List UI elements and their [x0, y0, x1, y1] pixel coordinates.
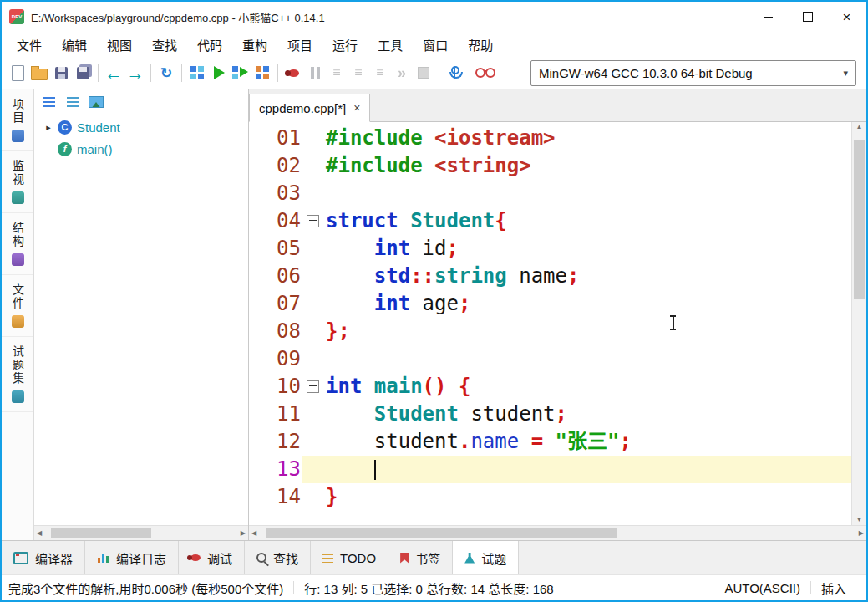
save-all-button[interactable]: [72, 61, 94, 84]
bottom-tab-todo[interactable]: TODO: [311, 541, 388, 574]
line-number[interactable]: 09: [249, 345, 302, 373]
new-file-button[interactable]: [7, 61, 28, 84]
scroll-right-icon[interactable]: ▶: [859, 530, 864, 537]
line-number[interactable]: 10: [249, 373, 302, 400]
editor-vertical-scrollbar[interactable]: ▲ ▼: [851, 122, 866, 525]
menu-item-refactor[interactable]: 重构: [232, 33, 277, 57]
scroll-right-icon[interactable]: ▶: [241, 530, 246, 537]
bottom-tab-bookmarks[interactable]: 书签: [388, 541, 453, 574]
menu-item-run[interactable]: 运行: [322, 33, 368, 57]
menu-item-project[interactable]: 项目: [277, 33, 322, 57]
code-line[interactable]: 10int main() {: [249, 373, 851, 400]
side-tab-files[interactable]: 文件: [2, 275, 33, 337]
scroll-left-icon[interactable]: ◀: [251, 530, 256, 537]
menu-item-view[interactable]: 视图: [97, 33, 142, 57]
line-number[interactable]: 08: [249, 318, 302, 345]
sort-alphabetically-button[interactable]: [63, 93, 83, 111]
menu-item-help[interactable]: 帮助: [458, 33, 503, 57]
bottom-tab-debug[interactable]: 调试: [179, 541, 245, 574]
bottom-tab-compiler[interactable]: 编译器: [2, 541, 85, 574]
editor-horizontal-scrollbar[interactable]: ◀ ▶: [249, 525, 866, 540]
encoding-indicator[interactable]: AUTO(ASCII): [724, 581, 800, 595]
side-tab-project[interactable]: 项目: [2, 89, 33, 151]
compile-run-button[interactable]: [230, 61, 251, 84]
expand-arrow-icon[interactable]: ▸: [44, 122, 53, 133]
scroll-up-icon[interactable]: ▲: [856, 124, 863, 130]
code-line[interactable]: 12 student.name = "张三";: [249, 428, 851, 456]
menu-item-file[interactable]: 文件: [7, 33, 52, 57]
line-number[interactable]: 03: [249, 180, 302, 207]
menu-item-edit[interactable]: 编辑: [52, 33, 97, 57]
continue-button[interactable]: »: [391, 61, 413, 84]
line-number[interactable]: 04: [249, 207, 302, 235]
left-panel-horizontal-scrollbar[interactable]: ◀ ▶: [34, 525, 248, 540]
step-into-button[interactable]: ≡: [348, 61, 369, 84]
bottom-tab-problem[interactable]: 试题: [453, 541, 519, 574]
pause-button[interactable]: [304, 61, 326, 84]
line-number[interactable]: 12: [249, 428, 302, 456]
side-tab-structure[interactable]: 结构: [2, 213, 33, 275]
code-area[interactable]: 01#include <iostream>02#include <string>…: [249, 122, 851, 525]
reparse-button[interactable]: ↻: [155, 61, 177, 84]
save-button[interactable]: [50, 61, 72, 84]
code-line[interactable]: 05 int id;: [249, 235, 851, 263]
code-line[interactable]: 03: [249, 180, 851, 207]
tree-item-student[interactable]: ▸CStudent: [34, 116, 248, 138]
tab-close-icon[interactable]: ×: [353, 101, 360, 115]
sort-by-type-button[interactable]: [39, 93, 59, 111]
side-tab-problem-set[interactable]: 试题集: [2, 337, 33, 412]
line-number[interactable]: 01: [249, 125, 302, 152]
rebuild-all-button[interactable]: [251, 61, 273, 84]
line-number[interactable]: 06: [249, 263, 302, 290]
line-number[interactable]: 11: [249, 400, 302, 428]
code-line[interactable]: 14}: [249, 483, 851, 511]
debug-button[interactable]: [282, 61, 304, 84]
class-browser-tree[interactable]: ▸CStudentfmain(): [34, 115, 248, 525]
code-line[interactable]: 02#include <string>: [249, 152, 851, 180]
line-number[interactable]: 02: [249, 152, 302, 180]
line-number[interactable]: 07: [249, 290, 302, 318]
menu-item-code[interactable]: 代码: [187, 33, 232, 57]
maximize-button[interactable]: [788, 2, 827, 32]
code-line[interactable]: 06 std::string name;: [249, 263, 851, 290]
line-number[interactable]: 13: [249, 456, 302, 483]
compile-button[interactable]: [186, 61, 208, 84]
editor-tab[interactable]: cppdemo.cpp[*] ×: [249, 94, 370, 122]
menu-item-window[interactable]: 窗口: [413, 33, 458, 57]
horizontal-scroll-thumb[interactable]: [51, 528, 151, 538]
menu-item-search[interactable]: 查找: [142, 33, 187, 57]
compiler-set-dropdown[interactable]: MinGW-w64 GCC 10.3.0 64-bit Debug ▾: [530, 60, 856, 86]
problem-glasses-button[interactable]: [475, 61, 496, 84]
code-line[interactable]: 07 int age;: [249, 290, 851, 318]
code-line[interactable]: 01#include <iostream>: [249, 125, 851, 152]
code-line[interactable]: 04struct Student{: [249, 207, 851, 235]
fold-marker-icon[interactable]: [307, 215, 319, 227]
stop-button[interactable]: [413, 61, 434, 84]
code-line[interactable]: 13: [249, 456, 851, 483]
line-number[interactable]: 05: [249, 235, 302, 263]
code-line[interactable]: 08};: [249, 318, 851, 345]
show-images-button[interactable]: [86, 93, 106, 111]
code-line[interactable]: 11 Student student;: [249, 400, 851, 428]
open-file-button[interactable]: [28, 61, 50, 84]
close-button[interactable]: ×: [827, 2, 866, 32]
run-button[interactable]: [208, 61, 230, 84]
step-over-button[interactable]: ≡: [326, 61, 348, 84]
scroll-left-icon[interactable]: ◀: [37, 530, 42, 537]
fold-marker-icon[interactable]: [307, 380, 319, 393]
step-out-button[interactable]: ≡: [369, 61, 391, 84]
scroll-down-icon[interactable]: ▼: [856, 517, 863, 523]
minimize-button[interactable]: [749, 2, 788, 32]
navigate-forward-button[interactable]: →: [124, 61, 146, 84]
vertical-scroll-thumb[interactable]: [854, 140, 865, 299]
bottom-tab-search[interactable]: 查找: [245, 541, 311, 574]
code-line[interactable]: 09: [249, 345, 851, 373]
side-tab-watch[interactable]: 监视: [2, 151, 33, 213]
navigate-back-button[interactable]: ←: [103, 61, 124, 84]
title-bar[interactable]: E:/Workspaces/playground/cppdemo.cpp - 小…: [2, 2, 866, 32]
run-to-cursor-button[interactable]: [444, 61, 465, 84]
horizontal-scroll-thumb[interactable]: [266, 528, 617, 538]
menu-item-tools[interactable]: 工具: [368, 33, 413, 57]
tree-item-main[interactable]: fmain(): [34, 138, 248, 160]
line-number[interactable]: 14: [249, 483, 302, 511]
